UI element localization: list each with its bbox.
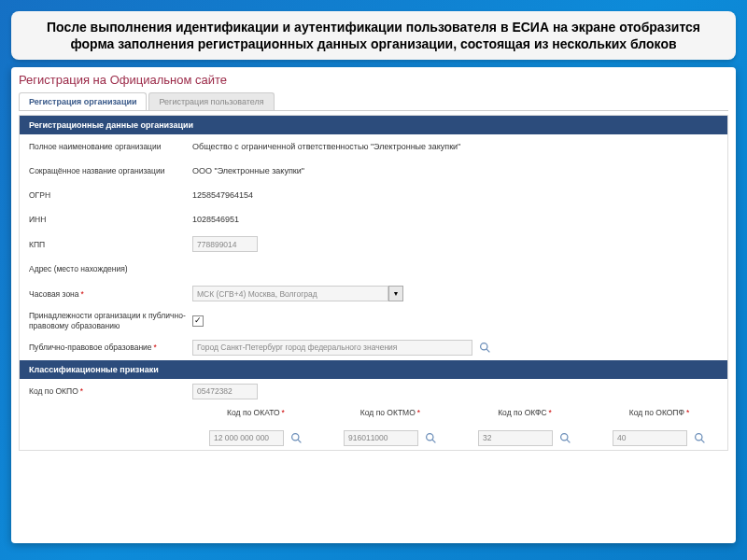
value-short-name: ООО "Электронные закупки" (192, 166, 304, 175)
label-inn: ИНН (29, 215, 192, 224)
row-public-org: Принадлежности организации к публично-пр… (20, 306, 727, 334)
row-codes-labels: Код по ОКАТО* Код по ОКТМО* Код по ОКФС*… (20, 404, 727, 427)
label-okpo: Код по ОКПО* (29, 386, 192, 396)
svg-point-0 (480, 343, 486, 349)
input-public-entity[interactable] (192, 340, 472, 356)
input-timezone[interactable] (192, 286, 388, 301)
search-icon[interactable] (558, 431, 571, 444)
label-okato: Код по ОКАТО* (197, 408, 315, 417)
label-timezone: Часовая зона* (29, 289, 192, 299)
label-kpp: КПП (29, 240, 192, 249)
page-title: Регистрация на Официальном сайте (19, 73, 728, 87)
label-public-org: Принадлежности организации к публично-пр… (29, 311, 192, 329)
svg-line-5 (432, 440, 435, 442)
svg-point-6 (560, 433, 567, 440)
row-full-name: Полное наименование организации Общество… (20, 134, 727, 159)
tab-user-registration[interactable]: Регистрация пользователя (148, 92, 274, 110)
search-icon[interactable] (478, 341, 491, 354)
value-inn: 1028546951 (192, 215, 239, 224)
svg-point-2 (291, 433, 298, 440)
tabs: Регистрация организации Регистрация поль… (19, 92, 728, 111)
checkbox-public-org[interactable]: ✓ (192, 315, 204, 327)
row-short-name: Сокращённое название организации ООО "Эл… (20, 159, 727, 183)
label-short-name: Сокращённое название организации (29, 166, 192, 175)
label-full-name: Полное наименование организации (29, 142, 192, 151)
row-kpp: КПП (20, 231, 727, 257)
label-address: Адрес (место нахождения) (29, 264, 192, 273)
row-address: Адрес (место нахождения) (20, 257, 727, 281)
label-okopf: Код по ОКОПФ* (600, 408, 718, 417)
row-public-entity: Публично-правовое образование* (20, 335, 727, 360)
input-okopf[interactable] (613, 430, 687, 446)
label-okfs: Код по ОКФС* (466, 408, 584, 417)
chevron-down-icon[interactable]: ▼ (388, 286, 403, 301)
svg-point-4 (426, 433, 432, 440)
label-ogrn: ОГРН (29, 190, 192, 200)
svg-line-9 (701, 440, 704, 442)
dropdown-timezone[interactable]: ▼ (192, 286, 403, 301)
svg-line-7 (567, 440, 570, 442)
input-kpp[interactable] (192, 236, 258, 252)
row-okpo: Код по ОКПО* (20, 379, 727, 404)
row-timezone: Часовая зона* ▼ (20, 281, 727, 306)
section-header-classification: Классификационные признаки (20, 360, 727, 379)
svg-line-1 (486, 349, 489, 352)
label-public-entity: Публично-правовое образование* (29, 343, 192, 352)
tab-org-registration[interactable]: Регистрация организации (19, 92, 147, 110)
search-icon[interactable] (289, 431, 303, 444)
slide-caption: После выполнения идентификации и аутенти… (11, 11, 736, 60)
section-header-reg-data: Регистрационные данные организации (20, 116, 727, 134)
input-okfs[interactable] (478, 430, 553, 446)
value-full-name: Общество с ограниченной ответственностью… (192, 142, 460, 151)
caption-text: После выполнения идентификации и аутенти… (24, 19, 723, 52)
row-codes-inputs (20, 427, 727, 450)
input-oktmo[interactable] (344, 430, 418, 446)
row-ogrn: ОГРН 1258547964154 (20, 183, 727, 207)
row-inn: ИНН 1028546951 (20, 207, 727, 231)
input-okpo[interactable] (192, 384, 258, 399)
svg-line-3 (298, 440, 301, 442)
label-oktmo: Код по ОКТМО* (331, 408, 449, 417)
form-content: Регистрационные данные организации Полно… (19, 115, 728, 450)
svg-point-8 (695, 433, 701, 440)
value-ogrn: 1258547964154 (192, 190, 253, 200)
input-okato[interactable] (209, 430, 284, 446)
search-icon[interactable] (693, 431, 706, 444)
app-window: Регистрация на Официальном сайте Регистр… (11, 67, 736, 543)
search-icon[interactable] (424, 431, 437, 444)
